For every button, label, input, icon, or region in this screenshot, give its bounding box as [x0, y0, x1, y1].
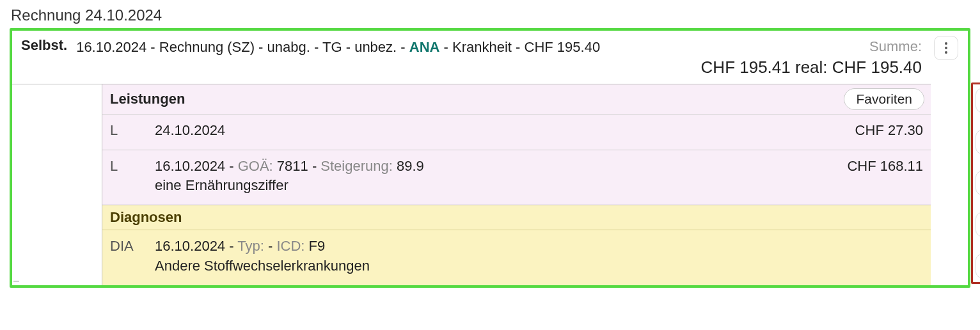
add-leistung-button[interactable]: + [976, 88, 980, 113]
section-leistungen-header: Leistungen Favoriten [102, 84, 931, 114]
row-amount: CHF 27.30 [855, 121, 924, 139]
row-description: 24.10.2024 [155, 121, 846, 141]
row-description: 16.10.2024 - GOÄ: 7811 - Steigerung: 89.… [155, 157, 838, 196]
row-description: 16.10.2024 - Typ: - ICD: F9 Andere Stoff… [155, 237, 924, 276]
summe-real-amount: CHF 195.40 [832, 58, 922, 77]
crumb-rechnung: Rechnung (SZ) [159, 39, 255, 55]
crumb-date: 16.10.2024 [76, 39, 146, 55]
leistung-row[interactable]: L 24.10.2024 CHF 27.30 [102, 114, 931, 150]
breadcrumb: 16.10.2024 - Rechnung (SZ) - unabg. - TG… [76, 36, 692, 58]
crumb-ana: ANA [409, 39, 440, 55]
leistung-row2-menu-button[interactable] [976, 171, 980, 195]
page-title: Rechnung 24.10.2024 [11, 6, 970, 24]
row-amount: CHF 168.11 [847, 157, 924, 175]
leistung-row1-menu-button[interactable] [976, 130, 980, 154]
add-diagnose-button[interactable]: + [976, 212, 980, 237]
section-diagnosen-header: Diagnosen [102, 205, 931, 230]
header-menu-button[interactable] [934, 36, 958, 60]
crumb-unabg: unabg. [267, 39, 310, 55]
section-leistungen-title: Leistungen [110, 91, 837, 107]
collapse-handle[interactable]: – [13, 275, 19, 287]
summe-label: Summe: [701, 37, 922, 56]
row-tag: L [110, 121, 146, 139]
summe-real-label: real: [795, 58, 828, 77]
payer-label: Selbst. [21, 36, 67, 54]
left-gutter: – [12, 84, 102, 285]
action-buttons-highlight: + + [971, 82, 980, 284]
favoriten-button[interactable]: Favoriten [844, 88, 924, 110]
row-tag: L [110, 157, 146, 175]
crumb-krankheit: Krankheit [452, 39, 512, 55]
diagnose-row1-menu-button[interactable] [976, 254, 980, 278]
section-diagnosen-title: Diagnosen [110, 209, 924, 226]
row-tag: DIA [110, 237, 146, 255]
invoice-panel: Selbst. 16.10.2024 - Rechnung (SZ) - una… [10, 28, 970, 288]
leistung-row[interactable]: L 16.10.2024 - GOÄ: 7811 - Steigerung: 8… [102, 150, 931, 205]
summary-block: Summe: CHF 195.41 real: CHF 195.40 [701, 36, 922, 79]
diagnose-row[interactable]: DIA 16.10.2024 - Typ: - ICD: F9 Andere S… [102, 230, 931, 285]
crumb-amount: CHF 195.40 [525, 39, 601, 55]
crumb-unbez: unbez. [354, 39, 397, 55]
summe-amount: CHF 195.41 [701, 58, 791, 77]
crumb-tg: TG [322, 39, 342, 55]
content-column: + + Leistungen Favoriten L 24.10.2024 CH… [102, 84, 968, 285]
invoice-header: Selbst. 16.10.2024 - Rechnung (SZ) - una… [12, 31, 968, 84]
